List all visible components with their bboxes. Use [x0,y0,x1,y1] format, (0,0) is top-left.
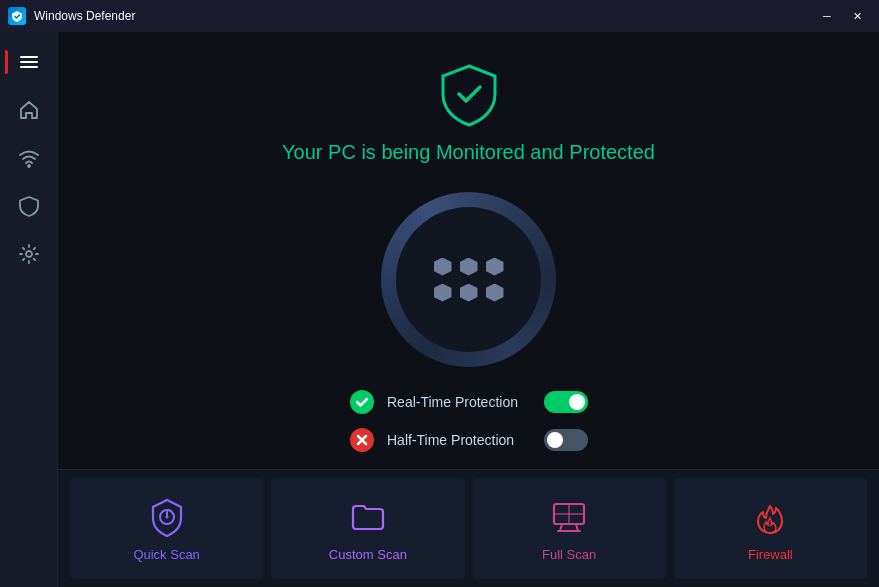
app-icon [8,7,26,25]
firewall-button[interactable]: Firewall [674,478,867,579]
sidebar-item-wifi[interactable] [7,136,51,180]
x-circle-icon [349,427,375,453]
toggle-knob-off [547,432,563,448]
custom-scan-button[interactable]: Custom Scan [271,478,464,579]
svg-point-5 [350,390,374,414]
minimize-button[interactable]: ─ [813,6,841,26]
quick-scan-icon [146,495,188,537]
action-bar: Quick Scan Custom Scan [58,469,879,587]
wifi-icon [18,147,40,169]
quick-scan-button[interactable]: Quick Scan [70,478,263,579]
window-controls: ─ ✕ [813,6,871,26]
full-scan-button[interactable]: Full Scan [473,478,666,579]
title-bar: Windows Defender ─ ✕ [0,0,879,32]
home-icon [18,99,40,121]
sidebar-item-menu[interactable] [7,40,51,84]
circle-ring [381,192,556,367]
settings-icon [18,243,40,265]
custom-scan-label: Custom Scan [329,547,407,562]
window: Windows Defender ─ ✕ [0,0,879,587]
content-area: Your PC is being Monitored and Protected [58,32,879,587]
hex-1 [434,258,452,276]
svg-point-4 [26,251,32,257]
halftime-toggle[interactable] [544,429,588,451]
hex-6 [486,284,504,302]
check-circle-icon [349,389,375,415]
hex-2 [460,258,478,276]
full-scan-icon [548,495,590,537]
firewall-icon [749,495,791,537]
sidebar-item-shield[interactable] [7,184,51,228]
quick-scan-label: Quick Scan [133,547,199,562]
window-title: Windows Defender [34,9,135,23]
sidebar-item-settings[interactable] [7,232,51,276]
realtime-protection-row: Real-Time Protection [349,389,588,415]
realtime-toggle[interactable] [544,391,588,413]
hex-3 [486,258,504,276]
shield-icon [18,195,40,217]
firewall-label: Firewall [748,547,793,562]
svg-point-8 [165,516,168,519]
scan-animation [381,192,556,367]
close-button[interactable]: ✕ [843,6,871,26]
hex-5 [460,284,478,302]
content-main: Your PC is being Monitored and Protected [58,32,879,469]
realtime-label: Real-Time Protection [387,394,532,410]
svg-point-3 [28,165,30,167]
halftime-label: Half-Time Protection [387,432,532,448]
halftime-protection-row: Half-Time Protection [349,427,588,453]
toggle-knob-on [569,394,585,410]
title-bar-left: Windows Defender [8,7,135,25]
sidebar-item-home[interactable] [7,88,51,132]
hex-4 [434,284,452,302]
status-message: Your PC is being Monitored and Protected [282,141,655,164]
protection-status: Real-Time Protection Half-Time Protectio… [349,389,588,453]
sidebar [0,32,58,587]
full-scan-label: Full Scan [542,547,596,562]
main-area: Your PC is being Monitored and Protected [0,32,879,587]
menu-icon [18,51,40,73]
custom-scan-icon [347,495,389,537]
hex-grid [434,258,504,302]
status-shield-icon [439,62,499,127]
